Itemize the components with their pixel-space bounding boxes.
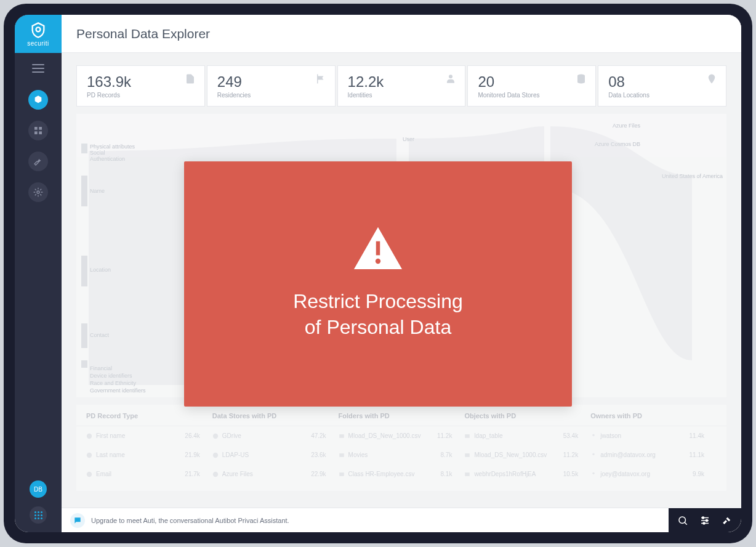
user-avatar[interactable]: DB [30,480,47,498]
nav-item-settings[interactable] [28,182,48,202]
app-switcher[interactable] [30,506,47,524]
stat-label: PD Records [87,92,195,99]
svg-rect-10 [339,434,344,438]
table-row[interactable]: Email21.7k Azure Files22.9k Class HR-Emp… [76,464,726,484]
alert-overlay[interactable]: Restrict Processing of Personal Data [184,161,572,407]
svg-point-17 [593,453,595,455]
chat-icon[interactable] [70,513,85,528]
svg-point-12 [593,434,595,436]
stat-label: Monitored Data Stores [478,92,585,99]
col-header: Objects with PD [464,412,590,419]
svg-point-8 [87,433,92,438]
svg-rect-20 [339,472,344,476]
svg-point-14 [213,452,218,457]
stat-label: Data Locations [608,92,716,99]
pin-icon [706,73,717,87]
svg-point-5 [37,191,39,193]
gear-icon [33,187,43,197]
nav-icons [28,90,48,202]
alert-line1: Restrict Processing [293,289,463,315]
stat-value: 163.9k [87,73,195,91]
nav-item-dashboard[interactable] [28,121,48,140]
svg-point-32 [376,259,380,264]
nav-item-explorer[interactable] [28,90,48,110]
stat-card-identities[interactable]: 12.2k Identities [337,65,466,107]
speech-icon [73,516,82,525]
chat-actions [669,508,741,532]
svg-point-6 [449,75,452,78]
col-header: Folders with PD [339,412,465,419]
stat-card-residencies[interactable]: 249 Residencies [207,65,336,107]
svg-point-22 [593,472,595,474]
svg-rect-15 [339,453,344,457]
app-grid-icon [34,511,42,519]
search-icon[interactable] [677,515,688,526]
col-header: Owners with PD [590,412,717,419]
svg-rect-16 [465,453,470,457]
person-icon [445,73,456,87]
svg-rect-11 [465,434,470,438]
svg-rect-21 [465,472,470,476]
file-icon [185,73,196,87]
header: Personal Data Explorer [62,15,741,53]
sidebar-bottom: DB [30,480,47,524]
menu-toggle[interactable] [32,64,44,73]
svg-point-9 [213,433,218,438]
stat-label: Identities [348,92,456,99]
stat-value: 08 [608,73,716,91]
brand-name: securiti [27,40,49,47]
table-row[interactable]: Last name21.9k LDAP-US23.6k Movies8.7k M… [76,445,726,464]
assistant-bar: Upgrade to meet Auti, the conversational… [62,508,741,532]
svg-line-24 [685,522,687,525]
col-header: PD Record Type [86,412,212,419]
stat-card-datastores[interactable]: 20 Monitored Data Stores [467,65,596,107]
stat-value: 249 [217,73,325,91]
col-header: Data Stores with PD [212,412,339,419]
stats-row: 163.9k PD Records 249 Residencies 12.2k … [76,65,726,107]
sliders-icon[interactable] [699,515,710,526]
grid-icon [33,126,43,136]
svg-point-23 [679,517,686,524]
alert-line2: of Personal Data [293,315,463,341]
stat-value: 20 [478,73,585,91]
hexagon-icon [33,95,43,105]
data-table: PD Record Type Data Stores with PD Folde… [76,405,726,491]
svg-point-18 [87,471,92,476]
table-row[interactable]: First name26.4k GDrive47.2k Mload_DS_New… [76,426,726,445]
svg-point-30 [703,522,705,524]
svg-rect-31 [376,241,380,256]
logo-icon [30,22,47,39]
stat-label: Residencies [217,92,325,99]
svg-rect-3 [34,131,38,134]
svg-point-13 [87,452,92,457]
svg-point-19 [213,471,218,476]
stat-card-records[interactable]: 163.9k PD Records [76,65,205,107]
svg-point-29 [706,519,708,521]
assistant-prompt[interactable]: Upgrade to meet Auti, the conversational… [91,517,669,524]
stat-value: 12.2k [348,73,456,91]
svg-rect-4 [39,131,42,134]
svg-point-28 [702,517,704,519]
hammer-icon[interactable] [722,515,733,526]
database-icon [576,73,587,87]
nav-item-tools[interactable] [28,152,48,171]
brand-logo[interactable]: securiti [15,15,62,53]
sidebar: securiti DB [15,15,62,532]
page-title: Personal Data Explorer [76,26,210,41]
svg-rect-2 [39,127,42,130]
alert-text: Restrict Processing of Personal Data [293,289,463,340]
svg-rect-1 [34,127,38,130]
stat-card-locations[interactable]: 08 Data Locations [598,65,726,107]
flag-icon [315,73,326,87]
warning-icon [354,227,402,272]
device-frame: securiti DB [4,4,752,543]
wrench-icon [33,156,43,166]
table-header: PD Record Type Data Stores with PD Folde… [76,412,726,426]
svg-point-0 [36,27,41,31]
app-screen: securiti DB [15,15,741,532]
